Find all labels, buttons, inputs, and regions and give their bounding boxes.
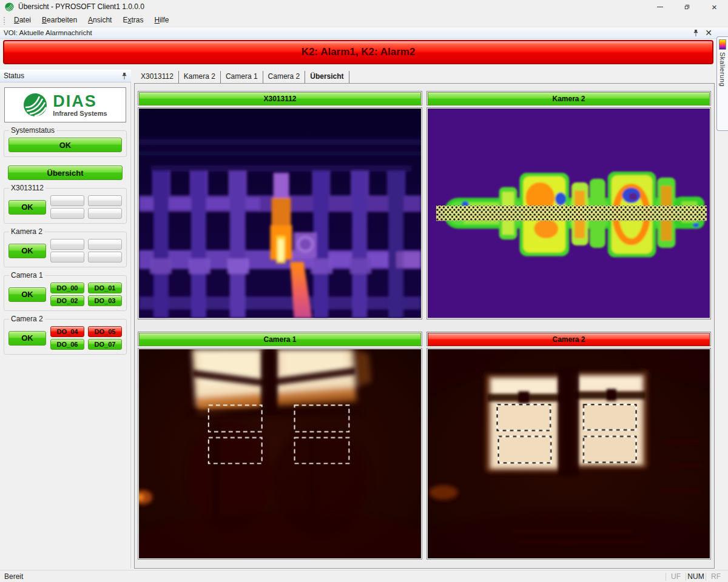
- main-area: X3013112 Kamera 2 Camera 1 Camera 2 Über…: [134, 70, 715, 569]
- menu-datei[interactable]: Datei: [8, 15, 36, 25]
- menu-grip-icon[interactable]: [2, 16, 5, 25]
- minimize-icon: [657, 7, 663, 7]
- camera-panel-header: X3013112: [138, 91, 422, 105]
- logo-brand-text: DIAS: [53, 93, 107, 110]
- device-ok-button[interactable]: OK: [8, 200, 46, 215]
- tab-camera1[interactable]: Camera 1: [221, 71, 263, 83]
- do-output-button[interactable]: DO_04: [50, 326, 84, 337]
- color-scale-icon: [719, 39, 726, 50]
- menu-bar: Datei Bearbeiten Ansicht Extras Hilfe: [0, 13, 728, 27]
- tab-camera2[interactable]: Camera 2: [263, 71, 306, 83]
- do-output-button[interactable]: DO_07: [88, 339, 122, 350]
- device-group-x3013112: X3013112 OK: [4, 188, 127, 224]
- camera-panel-header: Kamera 2: [426, 91, 711, 105]
- do-output-button[interactable]: DO_02: [50, 295, 84, 306]
- do-output-button[interactable]: DO_00: [50, 283, 84, 293]
- output-indicator[interactable]: [50, 208, 84, 219]
- alarm-area: K2: Alarm1, K2: Alarm2: [0, 39, 728, 65]
- menu-extras[interactable]: Extras: [117, 15, 149, 25]
- title-bar: Übersicht - PYROSOFT Client1 1.0.0.0 ×: [0, 0, 728, 13]
- device-group-kamera2: Kamera 2 OK: [4, 232, 127, 267]
- status-sidebar: Status DIAS Infrared Systems: [0, 70, 131, 569]
- minimize-button[interactable]: [646, 0, 673, 13]
- window-title: Übersicht - PYROSOFT Client1 1.0.0.0: [18, 2, 144, 11]
- camera-status-bar: Kamera 2: [428, 92, 710, 105]
- statusbar-ready-text: Bereit: [0, 572, 23, 581]
- device-group-label: Camera 2: [9, 315, 45, 323]
- app-icon: [5, 2, 14, 12]
- output-indicator[interactable]: [88, 239, 122, 250]
- alarm-message: K2: Alarm1, K2: Alarm2: [302, 46, 416, 58]
- output-indicator[interactable]: [88, 195, 122, 206]
- sidebar-body: DIAS Infrared Systems Systemstatus OK Üb…: [0, 82, 131, 569]
- do-output-button[interactable]: DO_05: [88, 326, 122, 337]
- output-indicator[interactable]: [88, 252, 122, 263]
- do-output-button[interactable]: DO_03: [88, 295, 122, 306]
- voi-title: VOI: Aktuelle Alarmnachricht: [4, 29, 92, 36]
- camera-status-bar: X3013112: [139, 92, 421, 105]
- camera-panel-kamera2: Kamera 2: [426, 91, 711, 319]
- output-indicator[interactable]: [50, 195, 84, 206]
- camera-panel-camera2: Camera 2: [426, 332, 711, 560]
- dias-logo: DIAS Infrared Systems: [4, 87, 126, 122]
- close-icon: ×: [712, 2, 717, 12]
- menu-hilfe[interactable]: Hilfe: [149, 15, 175, 25]
- alarm-banner: K2: Alarm1, K2: Alarm2: [3, 40, 713, 64]
- tab-uebersicht[interactable]: Übersicht: [305, 71, 349, 83]
- systemstatus-ok-button[interactable]: OK: [8, 138, 122, 152]
- camera-panel-x3013112: X3013112: [138, 91, 422, 319]
- thermal-image-x3013112[interactable]: [138, 107, 422, 319]
- restore-button[interactable]: [673, 0, 701, 13]
- dias-swirl-icon: [23, 93, 47, 117]
- menu-bearbeiten[interactable]: Bearbeiten: [36, 15, 83, 25]
- tab-kamera2[interactable]: Kamera 2: [179, 71, 221, 83]
- close-button[interactable]: ×: [701, 0, 728, 13]
- statusbar-num: NUM: [686, 572, 706, 581]
- pin-icon[interactable]: [693, 29, 699, 37]
- device-ok-button[interactable]: OK: [8, 331, 46, 346]
- sidebar-header: Status: [0, 70, 131, 82]
- restore-icon: [684, 4, 690, 10]
- camera-status-bar: Camera 2: [428, 333, 710, 346]
- tab-x3013112[interactable]: X3013112: [136, 71, 179, 83]
- thermal-image-camera1[interactable]: [138, 348, 422, 560]
- sidebar-title: Status: [4, 72, 24, 80]
- skalierung-tab[interactable]: Skalierung: [716, 36, 728, 131]
- device-ok-button[interactable]: OK: [8, 244, 46, 258]
- device-group-label: X3013112: [9, 184, 46, 192]
- voi-close-icon[interactable]: ✕: [705, 28, 712, 37]
- do-output-button[interactable]: DO_01: [88, 283, 122, 293]
- systemstatus-group: Systemstatus OK: [4, 130, 127, 157]
- camera-status-bar: Camera 1: [139, 333, 421, 346]
- device-group-label: Camera 1: [9, 271, 45, 279]
- output-indicator[interactable]: [50, 239, 84, 250]
- overview-grid: X3013112: [134, 83, 715, 569]
- camera-panel-camera1: Camera 1: [138, 332, 422, 560]
- voi-caption-bar: VOI: Aktuelle Alarmnachricht ✕: [0, 27, 728, 39]
- status-bar: Bereit UF NUM RF: [0, 570, 728, 582]
- logo-subtitle-text: Infrared Systems: [53, 110, 107, 117]
- sidebar-pin-icon[interactable]: [121, 72, 127, 80]
- output-indicator[interactable]: [88, 208, 122, 219]
- skalierung-label: Skalierung: [719, 52, 726, 87]
- device-group-camera2: Camera 2 OK DO_04 DO_05 DO_06 DO_07: [4, 319, 127, 355]
- menu-ansicht[interactable]: Ansicht: [83, 15, 117, 25]
- statusbar-rf: RF: [706, 572, 726, 581]
- device-group-label: Kamera 2: [9, 227, 44, 236]
- camera-panel-header: Camera 2: [426, 332, 711, 346]
- thermal-image-kamera2[interactable]: [426, 107, 711, 319]
- overview-button[interactable]: Übersicht: [8, 166, 123, 180]
- device-group-camera1: Camera 1 OK DO_00 DO_01 DO_02 DO_03: [4, 275, 127, 311]
- statusbar-uf: UF: [666, 572, 686, 581]
- thermal-image-camera2[interactable]: [426, 348, 711, 560]
- output-indicator[interactable]: [50, 252, 84, 263]
- camera-panel-header: Camera 1: [138, 332, 422, 346]
- do-output-button[interactable]: DO_06: [50, 339, 84, 350]
- view-tabstrip: X3013112 Kamera 2 Camera 1 Camera 2 Über…: [134, 70, 715, 83]
- device-ok-button[interactable]: OK: [8, 287, 46, 302]
- systemstatus-label: Systemstatus: [9, 126, 56, 135]
- application-window: Übersicht - PYROSOFT Client1 1.0.0.0 × D…: [0, 0, 728, 582]
